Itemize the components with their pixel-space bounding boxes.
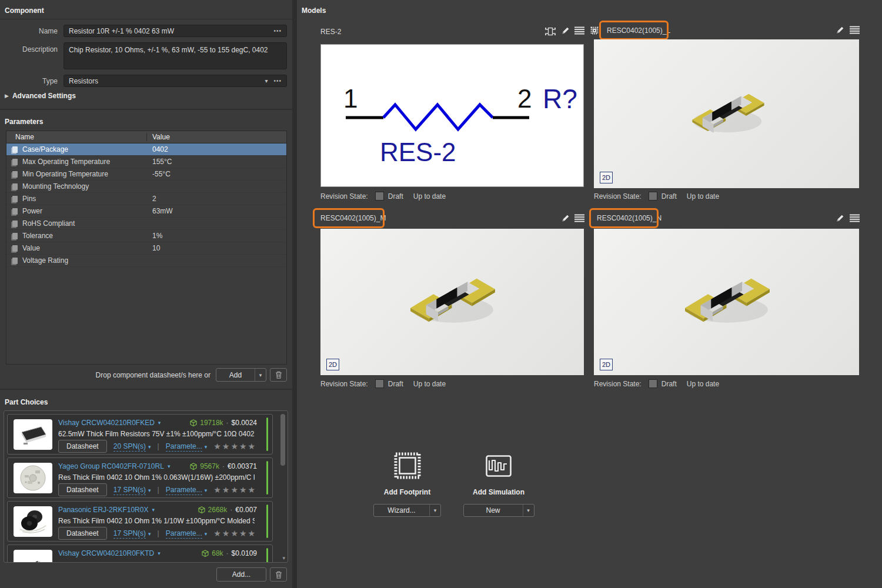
part-choice-row[interactable]: Yageo Group RC0402FR-0710RL ▾ 9567k · €0…: [7, 457, 273, 498]
view-2d-button[interactable]: 2D: [600, 359, 613, 370]
designator-text: R?: [543, 83, 577, 114]
edit-pencil-icon[interactable]: [835, 25, 845, 35]
spn-link[interactable]: 17 SPN(s): [113, 529, 146, 539]
type-dropdown-icon[interactable]: ▾: [265, 78, 268, 84]
datasheet-button[interactable]: Datasheet: [58, 483, 107, 496]
wizard-dropdown-icon[interactable]: ▾: [429, 505, 440, 516]
table-row[interactable]: Case/Package 0402: [6, 143, 286, 156]
parameters-link[interactable]: Paramete...: [166, 486, 202, 495]
chevron-down-icon[interactable]: ▾: [168, 463, 171, 469]
table-row[interactable]: Tolerance 1%: [6, 230, 286, 242]
pin-mapping-icon[interactable]: [544, 26, 556, 36]
footprint-preview[interactable]: 2D: [320, 229, 584, 375]
document-icon: [12, 196, 18, 202]
unit-price: $0.0109: [232, 549, 257, 557]
chevron-down-icon[interactable]: ▾: [158, 420, 161, 426]
revision-status: Up to date: [687, 380, 719, 388]
menu-icon[interactable]: [850, 26, 860, 34]
name-label: Name: [0, 27, 58, 35]
chevron-down-icon[interactable]: ▾: [152, 507, 155, 513]
column-header-value[interactable]: Value: [146, 133, 170, 141]
chevron-down-icon[interactable]: ▾: [148, 531, 151, 537]
revision-row: Revision State: Draft Up to date: [320, 192, 446, 201]
scroll-down-icon[interactable]: ▾: [282, 555, 285, 561]
table-row[interactable]: RoHS Compliant: [6, 218, 286, 230]
simulation-new-button[interactable]: New ▾: [463, 504, 534, 517]
datasheet-button[interactable]: Datasheet: [58, 527, 107, 540]
star-rating[interactable]: ★★★★★: [213, 529, 256, 538]
parameter-value: 63mW: [146, 207, 173, 215]
new-button-label[interactable]: New: [464, 505, 523, 516]
column-divider[interactable]: [146, 133, 147, 141]
table-row[interactable]: Max Operating Temperature 155°C: [6, 156, 286, 168]
name-field[interactable]: Resistor 10R +/-1 % 0402 63 mW •••: [64, 25, 287, 37]
type-select[interactable]: Resistors ▾ •••: [64, 75, 287, 87]
view-2d-button[interactable]: 2D: [600, 172, 613, 183]
chevron-down-icon[interactable]: ▾: [205, 531, 208, 537]
delete-part-choice-button[interactable]: [270, 567, 287, 582]
add-datasheet-dropdown-icon[interactable]: ▾: [255, 369, 266, 381]
description-field[interactable]: Chip Resistor, 10 Ohms, +/-1 %, 63 mW, -…: [64, 42, 287, 69]
table-row[interactable]: Min Operating Temperature -55°C: [6, 168, 286, 181]
footprint-wizard-button[interactable]: Wizard... ▾: [373, 504, 441, 517]
parameters-link[interactable]: Paramete...: [166, 529, 202, 539]
star-rating[interactable]: ★★★★★: [213, 485, 256, 495]
pin-number-2: 2: [517, 84, 532, 113]
table-row[interactable]: Pins 2: [6, 193, 286, 205]
type-more-button[interactable]: •••: [273, 78, 282, 84]
parameter-value: 1%: [146, 232, 162, 240]
datasheet-button[interactable]: Datasheet: [58, 440, 107, 453]
add-datasheet-button[interactable]: Add ▾: [216, 368, 266, 382]
wizard-button-label[interactable]: Wizard...: [374, 505, 429, 516]
edit-pencil-icon[interactable]: [835, 213, 845, 223]
edit-pencil-icon[interactable]: [560, 25, 570, 35]
part-choice-row[interactable]: Vishay CRCW040210R0FKTD ▾ 68k · $0.0109: [7, 544, 273, 563]
chevron-down-icon[interactable]: ▾: [148, 444, 151, 450]
symbol-preview[interactable]: 1 2 R? RES-2: [320, 44, 584, 187]
parameters-table-header[interactable]: Name Value: [6, 131, 286, 143]
advanced-settings-toggle[interactable]: ▶ Advanced Settings: [5, 92, 76, 100]
manufacturer-part-link[interactable]: Vishay CRCW040210R0FKED: [58, 419, 155, 427]
delete-datasheet-button[interactable]: [270, 368, 287, 382]
footprint-preview[interactable]: 2D: [594, 229, 859, 375]
parameters-link[interactable]: Paramete...: [166, 442, 202, 452]
revision-state-swatch: [375, 379, 384, 388]
table-row[interactable]: Mounting Technology: [6, 181, 286, 193]
part-choice-row[interactable]: Vishay CRCW040210R0FKED ▾ 19718k · $0.00…: [7, 414, 273, 455]
add-part-choice-button[interactable]: Add...: [216, 567, 266, 582]
part-image: [14, 419, 52, 450]
component-editor: Component Name Resistor 10R +/-1 % 0402 …: [0, 0, 882, 588]
part-choice-row[interactable]: Panasonic ERJ-2RKF10R0X ▾ 2668k · €0.007…: [7, 501, 273, 542]
spn-link[interactable]: 20 SPN(s): [113, 442, 146, 452]
chevron-down-icon[interactable]: ▾: [205, 487, 208, 493]
type-label: Type: [0, 77, 58, 85]
parameter-name: Case/Package: [22, 145, 68, 153]
table-row[interactable]: Voltage Rating: [6, 255, 286, 267]
table-row[interactable]: Value 10: [6, 242, 286, 255]
new-dropdown-icon[interactable]: ▾: [523, 505, 534, 516]
name-more-button[interactable]: •••: [273, 28, 282, 34]
parameter-value: 0402: [146, 145, 168, 153]
menu-icon[interactable]: [850, 214, 860, 222]
menu-icon[interactable]: [574, 26, 584, 35]
edit-pencil-icon[interactable]: [560, 213, 570, 223]
chevron-down-icon[interactable]: ▾: [205, 444, 208, 450]
table-row[interactable]: Power 63mW: [6, 205, 286, 218]
manufacturer-part-link[interactable]: Yageo Group RC0402FR-0710RL: [58, 462, 164, 470]
view-2d-button[interactable]: 2D: [326, 359, 339, 370]
separator: |: [158, 486, 159, 494]
models-section-title: Models: [302, 6, 326, 15]
chevron-down-icon[interactable]: ▾: [148, 487, 151, 493]
chevron-down-icon[interactable]: ▾: [158, 550, 161, 556]
star-rating[interactable]: ★★★★★: [213, 442, 256, 451]
menu-icon[interactable]: [574, 214, 584, 222]
manufacturer-part-link[interactable]: Panasonic ERJ-2RKF10R0X: [58, 506, 148, 514]
scrollbar-thumb[interactable]: [280, 414, 285, 466]
footprint-3d-model: [402, 266, 503, 336]
spn-link[interactable]: 17 SPN(s): [113, 486, 146, 495]
footprint-preview[interactable]: 2D: [594, 39, 859, 188]
pin-number-1: 1: [343, 84, 358, 113]
add-datasheet-label[interactable]: Add: [216, 369, 255, 381]
column-header-name[interactable]: Name: [6, 133, 146, 141]
manufacturer-part-link[interactable]: Vishay CRCW040210R0FKTD: [58, 549, 154, 557]
